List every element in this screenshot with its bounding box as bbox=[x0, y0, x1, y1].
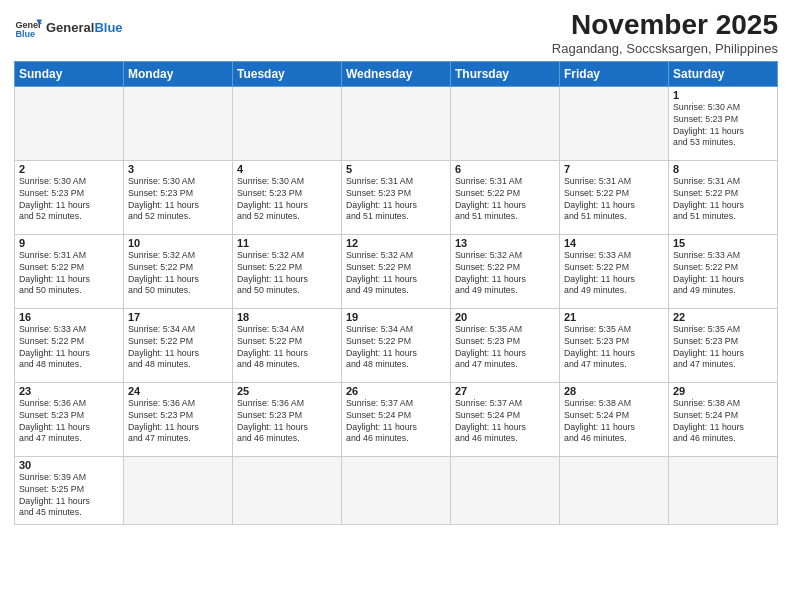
calendar-cell: 3Sunrise: 5:30 AM Sunset: 5:23 PM Daylig… bbox=[124, 160, 233, 234]
day-number: 21 bbox=[564, 311, 664, 323]
day-number: 7 bbox=[564, 163, 664, 175]
day-info: Sunrise: 5:30 AM Sunset: 5:23 PM Dayligh… bbox=[128, 176, 228, 224]
calendar-cell: 20Sunrise: 5:35 AM Sunset: 5:23 PM Dayli… bbox=[451, 308, 560, 382]
calendar-cell bbox=[15, 86, 124, 160]
weekday-friday: Friday bbox=[560, 61, 669, 86]
month-title: November 2025 bbox=[552, 10, 778, 41]
calendar-cell: 14Sunrise: 5:33 AM Sunset: 5:22 PM Dayli… bbox=[560, 234, 669, 308]
calendar-cell: 15Sunrise: 5:33 AM Sunset: 5:22 PM Dayli… bbox=[669, 234, 778, 308]
svg-text:Blue: Blue bbox=[15, 29, 35, 39]
calendar-cell bbox=[560, 456, 669, 524]
calendar-cell bbox=[342, 86, 451, 160]
day-info: Sunrise: 5:30 AM Sunset: 5:23 PM Dayligh… bbox=[19, 176, 119, 224]
page: General Blue GeneralBlue November 2025 R… bbox=[0, 0, 792, 531]
calendar-cell: 6Sunrise: 5:31 AM Sunset: 5:22 PM Daylig… bbox=[451, 160, 560, 234]
weekday-monday: Monday bbox=[124, 61, 233, 86]
header: General Blue GeneralBlue November 2025 R… bbox=[14, 10, 778, 56]
calendar-cell: 2Sunrise: 5:30 AM Sunset: 5:23 PM Daylig… bbox=[15, 160, 124, 234]
calendar-cell: 19Sunrise: 5:34 AM Sunset: 5:22 PM Dayli… bbox=[342, 308, 451, 382]
day-info: Sunrise: 5:34 AM Sunset: 5:22 PM Dayligh… bbox=[128, 324, 228, 372]
calendar-cell: 24Sunrise: 5:36 AM Sunset: 5:23 PM Dayli… bbox=[124, 382, 233, 456]
calendar-cell: 16Sunrise: 5:33 AM Sunset: 5:22 PM Dayli… bbox=[15, 308, 124, 382]
day-number: 22 bbox=[673, 311, 773, 323]
day-number: 2 bbox=[19, 163, 119, 175]
calendar-cell: 18Sunrise: 5:34 AM Sunset: 5:22 PM Dayli… bbox=[233, 308, 342, 382]
day-number: 26 bbox=[346, 385, 446, 397]
logo-text: GeneralBlue bbox=[46, 21, 123, 35]
day-number: 10 bbox=[128, 237, 228, 249]
day-number: 14 bbox=[564, 237, 664, 249]
day-info: Sunrise: 5:33 AM Sunset: 5:22 PM Dayligh… bbox=[673, 250, 773, 298]
calendar-cell: 10Sunrise: 5:32 AM Sunset: 5:22 PM Dayli… bbox=[124, 234, 233, 308]
calendar-cell: 21Sunrise: 5:35 AM Sunset: 5:23 PM Dayli… bbox=[560, 308, 669, 382]
day-info: Sunrise: 5:32 AM Sunset: 5:22 PM Dayligh… bbox=[346, 250, 446, 298]
calendar-cell: 26Sunrise: 5:37 AM Sunset: 5:24 PM Dayli… bbox=[342, 382, 451, 456]
day-number: 18 bbox=[237, 311, 337, 323]
day-number: 25 bbox=[237, 385, 337, 397]
week-row-5: 23Sunrise: 5:36 AM Sunset: 5:23 PM Dayli… bbox=[15, 382, 778, 456]
day-info: Sunrise: 5:31 AM Sunset: 5:22 PM Dayligh… bbox=[19, 250, 119, 298]
day-number: 6 bbox=[455, 163, 555, 175]
day-info: Sunrise: 5:30 AM Sunset: 5:23 PM Dayligh… bbox=[237, 176, 337, 224]
day-info: Sunrise: 5:32 AM Sunset: 5:22 PM Dayligh… bbox=[237, 250, 337, 298]
day-info: Sunrise: 5:35 AM Sunset: 5:23 PM Dayligh… bbox=[673, 324, 773, 372]
day-info: Sunrise: 5:34 AM Sunset: 5:22 PM Dayligh… bbox=[346, 324, 446, 372]
day-number: 28 bbox=[564, 385, 664, 397]
calendar-cell: 7Sunrise: 5:31 AM Sunset: 5:22 PM Daylig… bbox=[560, 160, 669, 234]
calendar-cell: 22Sunrise: 5:35 AM Sunset: 5:23 PM Dayli… bbox=[669, 308, 778, 382]
calendar-cell bbox=[233, 456, 342, 524]
day-info: Sunrise: 5:35 AM Sunset: 5:23 PM Dayligh… bbox=[564, 324, 664, 372]
day-number: 27 bbox=[455, 385, 555, 397]
day-number: 16 bbox=[19, 311, 119, 323]
day-info: Sunrise: 5:32 AM Sunset: 5:22 PM Dayligh… bbox=[128, 250, 228, 298]
calendar-cell: 9Sunrise: 5:31 AM Sunset: 5:22 PM Daylig… bbox=[15, 234, 124, 308]
calendar-cell: 12Sunrise: 5:32 AM Sunset: 5:22 PM Dayli… bbox=[342, 234, 451, 308]
day-info: Sunrise: 5:37 AM Sunset: 5:24 PM Dayligh… bbox=[455, 398, 555, 446]
calendar-cell: 4Sunrise: 5:30 AM Sunset: 5:23 PM Daylig… bbox=[233, 160, 342, 234]
calendar-cell: 25Sunrise: 5:36 AM Sunset: 5:23 PM Dayli… bbox=[233, 382, 342, 456]
calendar-cell: 1Sunrise: 5:30 AM Sunset: 5:23 PM Daylig… bbox=[669, 86, 778, 160]
week-row-6: 30Sunrise: 5:39 AM Sunset: 5:25 PM Dayli… bbox=[15, 456, 778, 524]
day-info: Sunrise: 5:31 AM Sunset: 5:22 PM Dayligh… bbox=[673, 176, 773, 224]
calendar-cell: 13Sunrise: 5:32 AM Sunset: 5:22 PM Dayli… bbox=[451, 234, 560, 308]
day-number: 30 bbox=[19, 459, 119, 471]
day-info: Sunrise: 5:31 AM Sunset: 5:22 PM Dayligh… bbox=[564, 176, 664, 224]
day-number: 12 bbox=[346, 237, 446, 249]
title-block: November 2025 Ragandang, Soccsksargen, P… bbox=[552, 10, 778, 56]
calendar-cell: 17Sunrise: 5:34 AM Sunset: 5:22 PM Dayli… bbox=[124, 308, 233, 382]
week-row-1: 1Sunrise: 5:30 AM Sunset: 5:23 PM Daylig… bbox=[15, 86, 778, 160]
day-number: 17 bbox=[128, 311, 228, 323]
day-info: Sunrise: 5:39 AM Sunset: 5:25 PM Dayligh… bbox=[19, 472, 119, 520]
calendar-cell bbox=[342, 456, 451, 524]
weekday-tuesday: Tuesday bbox=[233, 61, 342, 86]
location: Ragandang, Soccsksargen, Philippines bbox=[552, 41, 778, 56]
calendar-cell: 23Sunrise: 5:36 AM Sunset: 5:23 PM Dayli… bbox=[15, 382, 124, 456]
calendar-cell: 28Sunrise: 5:38 AM Sunset: 5:24 PM Dayli… bbox=[560, 382, 669, 456]
calendar-cell: 8Sunrise: 5:31 AM Sunset: 5:22 PM Daylig… bbox=[669, 160, 778, 234]
weekday-wednesday: Wednesday bbox=[342, 61, 451, 86]
calendar-cell: 27Sunrise: 5:37 AM Sunset: 5:24 PM Dayli… bbox=[451, 382, 560, 456]
day-info: Sunrise: 5:37 AM Sunset: 5:24 PM Dayligh… bbox=[346, 398, 446, 446]
day-number: 20 bbox=[455, 311, 555, 323]
day-info: Sunrise: 5:34 AM Sunset: 5:22 PM Dayligh… bbox=[237, 324, 337, 372]
week-row-4: 16Sunrise: 5:33 AM Sunset: 5:22 PM Dayli… bbox=[15, 308, 778, 382]
day-info: Sunrise: 5:38 AM Sunset: 5:24 PM Dayligh… bbox=[673, 398, 773, 446]
week-row-3: 9Sunrise: 5:31 AM Sunset: 5:22 PM Daylig… bbox=[15, 234, 778, 308]
logo: General Blue GeneralBlue bbox=[14, 14, 123, 42]
day-number: 19 bbox=[346, 311, 446, 323]
week-row-2: 2Sunrise: 5:30 AM Sunset: 5:23 PM Daylig… bbox=[15, 160, 778, 234]
day-number: 13 bbox=[455, 237, 555, 249]
day-number: 3 bbox=[128, 163, 228, 175]
day-info: Sunrise: 5:31 AM Sunset: 5:22 PM Dayligh… bbox=[455, 176, 555, 224]
day-number: 11 bbox=[237, 237, 337, 249]
day-number: 24 bbox=[128, 385, 228, 397]
calendar-cell: 5Sunrise: 5:31 AM Sunset: 5:23 PM Daylig… bbox=[342, 160, 451, 234]
logo-icon: General Blue bbox=[14, 14, 42, 42]
day-info: Sunrise: 5:36 AM Sunset: 5:23 PM Dayligh… bbox=[19, 398, 119, 446]
day-info: Sunrise: 5:30 AM Sunset: 5:23 PM Dayligh… bbox=[673, 102, 773, 150]
day-info: Sunrise: 5:33 AM Sunset: 5:22 PM Dayligh… bbox=[19, 324, 119, 372]
day-info: Sunrise: 5:33 AM Sunset: 5:22 PM Dayligh… bbox=[564, 250, 664, 298]
day-info: Sunrise: 5:32 AM Sunset: 5:22 PM Dayligh… bbox=[455, 250, 555, 298]
day-number: 1 bbox=[673, 89, 773, 101]
day-number: 9 bbox=[19, 237, 119, 249]
